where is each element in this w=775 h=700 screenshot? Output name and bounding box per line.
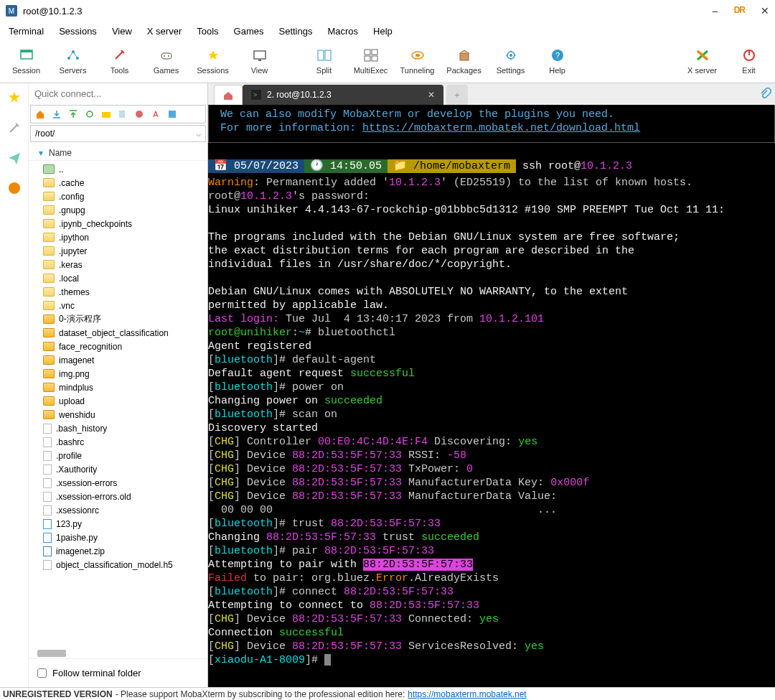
newfolder-icon[interactable] — [101, 109, 111, 119]
globe-icon[interactable] — [7, 181, 22, 195]
file-item[interactable]: .bashrc — [36, 435, 207, 449]
file-item[interactable]: .profile — [36, 449, 207, 462]
tab-active[interactable]: > 2. root@10.1.2.3 ✕ — [243, 85, 443, 105]
menu-help[interactable]: Help — [366, 23, 400, 39]
file-icon — [43, 383, 55, 392]
paperclip-icon[interactable] — [755, 83, 775, 105]
file-item[interactable]: .bash_history — [36, 421, 207, 435]
menu-tools[interactable]: Tools — [189, 23, 225, 39]
footer-text: - Please support MobaXterm by subscribin… — [116, 689, 405, 699]
file-item[interactable]: imagenet — [36, 353, 207, 367]
font-icon[interactable]: A — [151, 109, 161, 119]
menu-games[interactable]: Games — [227, 23, 271, 39]
file-item[interactable]: mindplus — [36, 381, 207, 394]
file-item[interactable]: .xsession-errors.old — [36, 490, 207, 503]
svg-rect-3 — [21, 50, 32, 52]
file-item[interactable]: imagenet.zip — [36, 544, 207, 558]
tool-multiexec[interactable]: MultiExec — [347, 41, 394, 83]
file-item[interactable]: 0-演示程序 — [36, 312, 207, 326]
star-icon[interactable] — [7, 90, 22, 105]
menu-xserver[interactable]: X server — [140, 23, 189, 39]
file-item[interactable]: wenshidu — [36, 408, 207, 421]
menu-view[interactable]: View — [105, 23, 139, 39]
file-item[interactable]: .. — [36, 162, 207, 176]
left-rail — [0, 83, 29, 687]
file-tree[interactable]: ...cache.config.gnupg.ipynb_checkpoints.… — [29, 161, 207, 648]
minimize-button[interactable]: ‒ — [712, 5, 718, 17]
file-item[interactable]: object_classification_model.h5 — [36, 558, 207, 571]
file-icon — [43, 219, 55, 228]
follow-checkbox[interactable] — [37, 668, 47, 678]
file-item[interactable]: face_recognition — [36, 340, 207, 353]
menu-sessions[interactable]: Sessions — [52, 23, 104, 39]
file-name: .bash_history — [56, 424, 107, 434]
footer-link[interactable]: https://mobaxterm.mobatek.net — [408, 689, 526, 699]
menu-macros[interactable]: Macros — [320, 23, 365, 39]
quick-connect-input[interactable] — [29, 85, 207, 102]
svg-rect-30 — [102, 112, 111, 118]
tool-session[interactable]: Session — [3, 41, 50, 83]
tab-new[interactable]: ＋ — [446, 85, 468, 105]
file-item[interactable]: .xsessionrc — [36, 503, 207, 517]
window-title: root@10.1.2.3 — [23, 6, 712, 17]
path-bar[interactable]: /root/⌵ — [30, 125, 206, 142]
tab-home[interactable] — [214, 85, 243, 105]
file-item[interactable]: dataset_object_classification — [36, 326, 207, 340]
home-icon[interactable] — [35, 109, 45, 119]
file-name: .cache — [59, 178, 84, 188]
toggle-icon[interactable] — [167, 109, 177, 119]
copy-icon[interactable] — [118, 109, 128, 119]
file-item[interactable]: .jupyter — [36, 244, 207, 258]
file-item[interactable]: 1paishe.py — [36, 531, 207, 544]
tool-settings[interactable]: Settings — [487, 41, 534, 83]
tool-exit[interactable]: Exit — [725, 41, 772, 83]
svg-rect-18 — [365, 56, 370, 61]
path-dropdown-icon[interactable]: ⌵ — [196, 129, 201, 139]
tool-help[interactable]: ?Help — [534, 41, 581, 83]
file-item[interactable]: .Xauthority — [36, 462, 207, 476]
tools-icon[interactable] — [7, 121, 22, 135]
file-icon — [43, 492, 52, 502]
resize-handle[interactable] — [37, 650, 66, 657]
file-icon — [43, 465, 52, 475]
file-item[interactable]: .xsession-errors — [36, 476, 207, 490]
file-item[interactable]: upload — [36, 394, 207, 408]
file-name: img.png — [59, 369, 90, 379]
tab-close-icon[interactable]: ✕ — [428, 90, 435, 100]
delete-icon[interactable] — [134, 109, 144, 119]
tool-tunneling[interactable]: Tunneling — [394, 41, 441, 83]
file-item[interactable]: .cache — [36, 176, 207, 190]
file-name: .jupyter — [59, 246, 87, 256]
upload-icon[interactable] — [68, 109, 78, 119]
file-item[interactable]: .gnupg — [36, 203, 207, 217]
tool-servers[interactable]: Servers — [50, 41, 96, 83]
refresh-icon[interactable] — [85, 109, 95, 119]
tool-tools[interactable]: Tools — [96, 41, 143, 83]
send-icon[interactable] — [7, 151, 22, 165]
tool-sessions[interactable]: Sessions — [189, 41, 236, 83]
file-item[interactable]: .themes — [36, 285, 207, 299]
file-icon — [43, 164, 55, 174]
file-icon — [43, 505, 52, 515]
file-item[interactable]: 123.py — [36, 517, 207, 531]
download-icon[interactable] — [52, 109, 62, 119]
tool-xserver[interactable]: X server — [679, 41, 725, 83]
file-item[interactable]: .vnc — [36, 299, 207, 312]
menu-terminal[interactable]: Terminal — [1, 23, 51, 39]
app-logo-icon: M — [6, 5, 17, 17]
file-item[interactable]: .local — [36, 271, 207, 285]
file-icon — [43, 478, 52, 488]
close-button[interactable]: ✕ — [761, 5, 769, 17]
file-item[interactable]: .keras — [36, 258, 207, 271]
tool-games[interactable]: Games — [143, 41, 189, 83]
terminal[interactable]: We can also modify MobaXterm or develop … — [208, 105, 775, 687]
tool-view[interactable]: View — [236, 41, 283, 83]
menu-settings[interactable]: Settings — [272, 23, 320, 39]
tool-split[interactable]: Split — [301, 41, 347, 83]
file-item[interactable]: img.png — [36, 367, 207, 381]
file-item[interactable]: .ipython — [36, 230, 207, 244]
tool-packages[interactable]: Packages — [441, 41, 487, 83]
file-item[interactable]: .config — [36, 190, 207, 203]
svg-text:>: > — [253, 91, 257, 98]
file-item[interactable]: .ipynb_checkpoints — [36, 217, 207, 230]
